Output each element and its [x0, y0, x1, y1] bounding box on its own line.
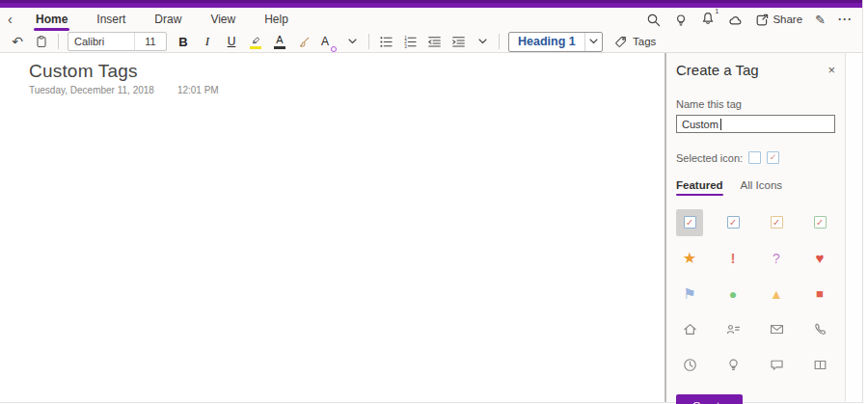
tag-name-input[interactable]: Custom — [676, 115, 835, 133]
decrease-indent-button[interactable] — [426, 32, 442, 51]
style-name: Heading 1 — [509, 35, 581, 48]
tag-icon-triangle[interactable]: ▲ — [763, 281, 790, 308]
create-button[interactable]: Create — [676, 394, 743, 404]
menu-bar: ‹ Home Insert Draw View Help 1 Share ✎ ·… — [0, 8, 862, 31]
tag-icon-todo-check-blue[interactable]: ✓ — [719, 209, 746, 236]
tag-icon-question[interactable]: ? — [763, 245, 790, 272]
tag-icon-todo-check-blue-selected[interactable]: ✓ — [676, 209, 703, 236]
tag-icon-email[interactable] — [763, 316, 790, 343]
notifications-bell-icon[interactable]: 1 — [700, 11, 715, 29]
back-button[interactable]: ‹ — [8, 13, 27, 26]
toolbar-separator — [58, 34, 59, 49]
selected-icon-label: Selected icon: — [676, 152, 743, 164]
italic-button[interactable]: I — [200, 32, 215, 51]
tag-name-value: Custom — [682, 119, 719, 130]
numbered-list-button[interactable]: 123 — [402, 32, 418, 51]
text-caret — [720, 119, 721, 130]
toolbar-separator — [499, 34, 500, 49]
tag-icon-exclamation[interactable]: ! — [719, 245, 746, 272]
tag-icon-comment[interactable] — [763, 352, 790, 379]
create-tag-panel: Create a Tag × Name this tag Custom Sele… — [666, 53, 845, 402]
tag-icon-square[interactable]: ■ — [806, 281, 833, 308]
format-painter-button[interactable] — [296, 32, 312, 51]
screen: ‹ Home Insert Draw View Help 1 Share ✎ ·… — [0, 0, 868, 404]
page-meta: Tuesday, December 11, 2018 12:01 PM — [29, 85, 665, 95]
tag-icon — [613, 35, 628, 49]
page-time: 12:01 PM — [177, 85, 219, 95]
icon-tabs: Featured All Icons — [676, 179, 835, 198]
undo-button[interactable]: ↶ — [10, 32, 25, 51]
tab-insert[interactable]: Insert — [95, 10, 126, 29]
tag-icon-todo-check-green[interactable]: ✓ — [806, 209, 833, 236]
tag-icon-grid: ✓✓✓✓★!?♥⚑●▲■ — [676, 204, 835, 383]
app-window: ‹ Home Insert Draw View Help 1 Share ✎ ·… — [0, 0, 863, 403]
tag-icon-star[interactable]: ★ — [676, 245, 703, 272]
notification-count-badge: 1 — [715, 7, 719, 15]
highlighter-button[interactable] — [248, 32, 263, 51]
content-area: Custom Tags Tuesday, December 11, 2018 1… — [0, 53, 862, 402]
style-chevron-icon — [585, 39, 602, 44]
underline-button[interactable]: U — [224, 32, 239, 51]
tab-help[interactable]: Help — [263, 10, 289, 29]
svg-text:3: 3 — [404, 43, 407, 48]
search-icon[interactable] — [646, 13, 661, 27]
tag-icon-clock[interactable] — [676, 352, 703, 379]
selected-icon-unchecked-preview — [748, 151, 761, 164]
font-name-select[interactable]: Calibri — [68, 36, 134, 47]
increase-indent-button[interactable] — [450, 32, 466, 51]
style-dropdown[interactable]: Heading 1 — [508, 32, 603, 52]
tags-label: Tags — [633, 36, 656, 47]
page-date: Tuesday, December 11, 2018 — [29, 85, 154, 95]
tab-draw[interactable]: Draw — [153, 10, 182, 29]
tab-all-icons[interactable]: All Icons — [741, 179, 782, 198]
scrollbar[interactable] — [845, 53, 862, 402]
top-right-actions: 1 Share ✎ ··· — [646, 11, 853, 29]
font-styles-button[interactable]: A — [320, 32, 336, 51]
tag-icon-contact[interactable] — [719, 316, 746, 343]
panel-title: Create a Tag — [676, 62, 759, 78]
highlight-color-bar — [250, 46, 261, 49]
sync-cloud-icon[interactable] — [727, 13, 742, 27]
tag-icon-circle[interactable]: ● — [719, 281, 746, 308]
tag-icon-todo-check-amber[interactable]: ✓ — [763, 209, 790, 236]
font-combo: Calibri 11 — [68, 32, 167, 51]
paragraph-group-chevron-icon[interactable] — [475, 32, 490, 51]
share-button[interactable]: Share — [754, 13, 802, 27]
font-group-chevron-icon[interactable] — [344, 32, 360, 51]
tag-icon-book[interactable] — [806, 352, 833, 379]
share-icon — [754, 13, 769, 27]
formatting-toolbar: ↶ Calibri 11 B I U A A — [0, 31, 862, 53]
bullet-list-button[interactable] — [378, 32, 393, 51]
tips-lightbulb-icon[interactable] — [673, 13, 688, 27]
tab-home[interactable]: Home — [35, 10, 68, 29]
tab-featured[interactable]: Featured — [676, 179, 723, 198]
styles-color-dot — [331, 46, 337, 52]
selected-icon-checked-preview: ✓ — [767, 151, 779, 164]
bold-button[interactable]: B — [176, 32, 191, 51]
tag-icon-home[interactable] — [676, 316, 703, 343]
font-size-select[interactable]: 11 — [135, 36, 166, 47]
tag-icon-phone[interactable] — [806, 316, 833, 343]
font-color-bar — [274, 46, 285, 49]
tag-icon-heart[interactable]: ♥ — [806, 245, 833, 272]
tab-view[interactable]: View — [209, 10, 236, 29]
close-icon[interactable]: × — [827, 64, 835, 76]
tag-icon-lightbulb[interactable] — [719, 352, 746, 379]
ribbon-tabs: Home Insert Draw View Help — [35, 10, 289, 29]
app-titlebar — [0, 0, 862, 8]
toolbar-separator — [368, 34, 369, 49]
edit-mode-pencil-icon[interactable]: ✎ — [815, 13, 826, 26]
page-canvas[interactable]: Custom Tags Tuesday, December 11, 2018 1… — [0, 53, 665, 402]
tags-button[interactable]: Tags — [613, 35, 656, 49]
tag-icon-flag[interactable]: ⚑ — [676, 281, 703, 308]
share-label: Share — [773, 13, 802, 25]
page-title: Custom Tags — [29, 61, 665, 82]
more-options-icon[interactable]: ··· — [838, 13, 853, 26]
paste-clipboard-icon[interactable] — [34, 32, 49, 51]
font-color-button[interactable]: A — [272, 32, 287, 51]
tag-name-label: Name this tag — [676, 98, 835, 110]
